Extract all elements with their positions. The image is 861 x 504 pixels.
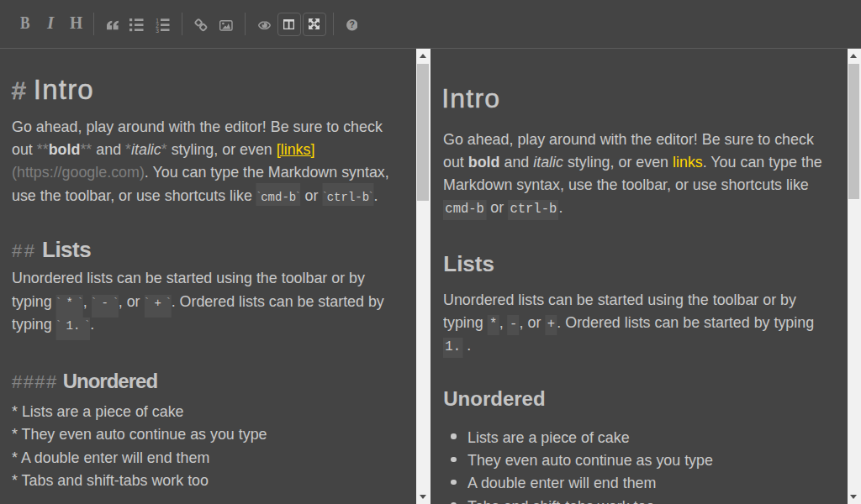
svg-text:?: ? bbox=[349, 19, 354, 29]
svg-text:3: 3 bbox=[156, 28, 159, 34]
